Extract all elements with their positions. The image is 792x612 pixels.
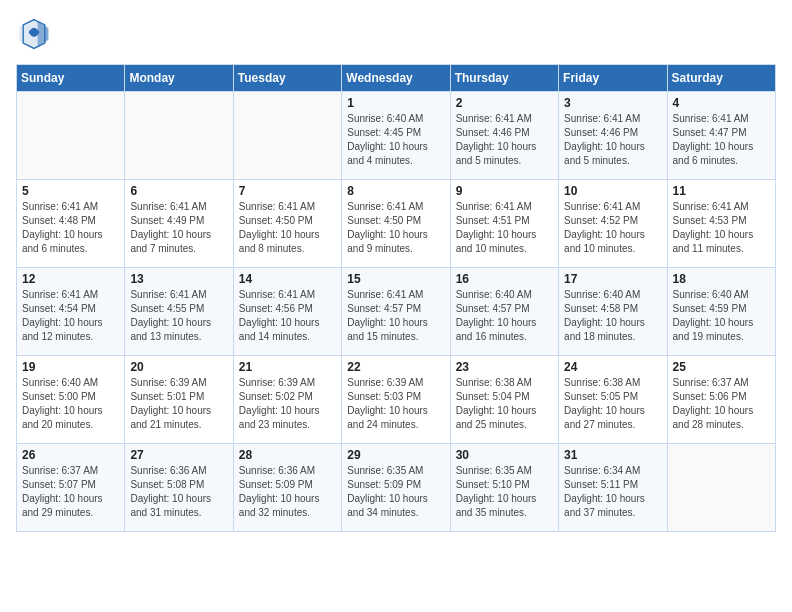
calendar-cell: 19 Sunrise: 6:40 AM Sunset: 5:00 PM Dayl…	[17, 356, 125, 444]
calendar-cell: 29 Sunrise: 6:35 AM Sunset: 5:09 PM Dayl…	[342, 444, 450, 532]
sunset: Sunset: 5:07 PM	[22, 478, 119, 492]
sunset: Sunset: 4:46 PM	[456, 126, 553, 140]
sunset: Sunset: 5:11 PM	[564, 478, 661, 492]
day-number: 26	[22, 448, 119, 462]
calendar-cell: 26 Sunrise: 6:37 AM Sunset: 5:07 PM Dayl…	[17, 444, 125, 532]
daylight: Daylight: 10 hours and 16 minutes.	[456, 316, 553, 344]
day-number: 23	[456, 360, 553, 374]
sunrise: Sunrise: 6:39 AM	[347, 376, 444, 390]
daylight: Daylight: 10 hours and 23 minutes.	[239, 404, 336, 432]
sunset: Sunset: 4:50 PM	[347, 214, 444, 228]
calendar-cell: 16 Sunrise: 6:40 AM Sunset: 4:57 PM Dayl…	[450, 268, 558, 356]
day-number: 15	[347, 272, 444, 286]
sunrise: Sunrise: 6:41 AM	[673, 112, 770, 126]
sunset: Sunset: 5:00 PM	[22, 390, 119, 404]
calendar-cell: 22 Sunrise: 6:39 AM Sunset: 5:03 PM Dayl…	[342, 356, 450, 444]
day-number: 12	[22, 272, 119, 286]
column-header-thursday: Thursday	[450, 65, 558, 92]
sunrise: Sunrise: 6:39 AM	[130, 376, 227, 390]
sunrise: Sunrise: 6:40 AM	[564, 288, 661, 302]
sunset: Sunset: 5:05 PM	[564, 390, 661, 404]
day-number: 3	[564, 96, 661, 110]
calendar-cell: 10 Sunrise: 6:41 AM Sunset: 4:52 PM Dayl…	[559, 180, 667, 268]
daylight: Daylight: 10 hours and 31 minutes.	[130, 492, 227, 520]
daylight: Daylight: 10 hours and 7 minutes.	[130, 228, 227, 256]
daylight: Daylight: 10 hours and 6 minutes.	[673, 140, 770, 168]
day-number: 4	[673, 96, 770, 110]
sunrise: Sunrise: 6:40 AM	[22, 376, 119, 390]
daylight: Daylight: 10 hours and 10 minutes.	[564, 228, 661, 256]
day-number: 9	[456, 184, 553, 198]
calendar-cell: 12 Sunrise: 6:41 AM Sunset: 4:54 PM Dayl…	[17, 268, 125, 356]
sunset: Sunset: 5:09 PM	[347, 478, 444, 492]
calendar-cell: 15 Sunrise: 6:41 AM Sunset: 4:57 PM Dayl…	[342, 268, 450, 356]
calendar-cell: 8 Sunrise: 6:41 AM Sunset: 4:50 PM Dayli…	[342, 180, 450, 268]
sunrise: Sunrise: 6:35 AM	[347, 464, 444, 478]
calendar-cell: 21 Sunrise: 6:39 AM Sunset: 5:02 PM Dayl…	[233, 356, 341, 444]
day-number: 27	[130, 448, 227, 462]
calendar-week-row: 5 Sunrise: 6:41 AM Sunset: 4:48 PM Dayli…	[17, 180, 776, 268]
sunset: Sunset: 4:54 PM	[22, 302, 119, 316]
sunset: Sunset: 4:51 PM	[456, 214, 553, 228]
calendar-cell: 14 Sunrise: 6:41 AM Sunset: 4:56 PM Dayl…	[233, 268, 341, 356]
calendar-cell: 20 Sunrise: 6:39 AM Sunset: 5:01 PM Dayl…	[125, 356, 233, 444]
calendar-cell: 5 Sunrise: 6:41 AM Sunset: 4:48 PM Dayli…	[17, 180, 125, 268]
sunset: Sunset: 5:02 PM	[239, 390, 336, 404]
sunrise: Sunrise: 6:41 AM	[456, 112, 553, 126]
day-number: 28	[239, 448, 336, 462]
day-number: 29	[347, 448, 444, 462]
day-number: 24	[564, 360, 661, 374]
daylight: Daylight: 10 hours and 6 minutes.	[22, 228, 119, 256]
column-header-friday: Friday	[559, 65, 667, 92]
sunset: Sunset: 4:52 PM	[564, 214, 661, 228]
sunrise: Sunrise: 6:36 AM	[239, 464, 336, 478]
calendar-week-row: 1 Sunrise: 6:40 AM Sunset: 4:45 PM Dayli…	[17, 92, 776, 180]
daylight: Daylight: 10 hours and 9 minutes.	[347, 228, 444, 256]
calendar-week-row: 19 Sunrise: 6:40 AM Sunset: 5:00 PM Dayl…	[17, 356, 776, 444]
daylight: Daylight: 10 hours and 4 minutes.	[347, 140, 444, 168]
calendar-cell: 4 Sunrise: 6:41 AM Sunset: 4:47 PM Dayli…	[667, 92, 775, 180]
sunrise: Sunrise: 6:40 AM	[456, 288, 553, 302]
day-number: 25	[673, 360, 770, 374]
sunrise: Sunrise: 6:41 AM	[22, 288, 119, 302]
sunset: Sunset: 5:06 PM	[673, 390, 770, 404]
sunrise: Sunrise: 6:41 AM	[564, 112, 661, 126]
daylight: Daylight: 10 hours and 20 minutes.	[22, 404, 119, 432]
calendar-cell: 2 Sunrise: 6:41 AM Sunset: 4:46 PM Dayli…	[450, 92, 558, 180]
daylight: Daylight: 10 hours and 18 minutes.	[564, 316, 661, 344]
day-number: 14	[239, 272, 336, 286]
day-number: 6	[130, 184, 227, 198]
sunrise: Sunrise: 6:37 AM	[673, 376, 770, 390]
calendar-cell: 18 Sunrise: 6:40 AM Sunset: 4:59 PM Dayl…	[667, 268, 775, 356]
calendar-cell: 3 Sunrise: 6:41 AM Sunset: 4:46 PM Dayli…	[559, 92, 667, 180]
sunrise: Sunrise: 6:38 AM	[564, 376, 661, 390]
sunset: Sunset: 5:09 PM	[239, 478, 336, 492]
day-number: 13	[130, 272, 227, 286]
day-number: 7	[239, 184, 336, 198]
sunrise: Sunrise: 6:41 AM	[347, 288, 444, 302]
day-number: 31	[564, 448, 661, 462]
calendar-cell: 30 Sunrise: 6:35 AM Sunset: 5:10 PM Dayl…	[450, 444, 558, 532]
svg-marker-1	[38, 21, 49, 46]
sunset: Sunset: 4:59 PM	[673, 302, 770, 316]
calendar-cell	[125, 92, 233, 180]
day-number: 16	[456, 272, 553, 286]
sunset: Sunset: 4:57 PM	[456, 302, 553, 316]
daylight: Daylight: 10 hours and 28 minutes.	[673, 404, 770, 432]
daylight: Daylight: 10 hours and 14 minutes.	[239, 316, 336, 344]
sunrise: Sunrise: 6:37 AM	[22, 464, 119, 478]
column-header-sunday: Sunday	[17, 65, 125, 92]
sunset: Sunset: 4:56 PM	[239, 302, 336, 316]
daylight: Daylight: 10 hours and 15 minutes.	[347, 316, 444, 344]
day-number: 2	[456, 96, 553, 110]
daylight: Daylight: 10 hours and 19 minutes.	[673, 316, 770, 344]
logo-icon	[16, 16, 52, 52]
day-number: 30	[456, 448, 553, 462]
daylight: Daylight: 10 hours and 34 minutes.	[347, 492, 444, 520]
column-header-saturday: Saturday	[667, 65, 775, 92]
day-number: 5	[22, 184, 119, 198]
day-number: 18	[673, 272, 770, 286]
sunset: Sunset: 5:08 PM	[130, 478, 227, 492]
sunrise: Sunrise: 6:41 AM	[130, 288, 227, 302]
day-number: 10	[564, 184, 661, 198]
